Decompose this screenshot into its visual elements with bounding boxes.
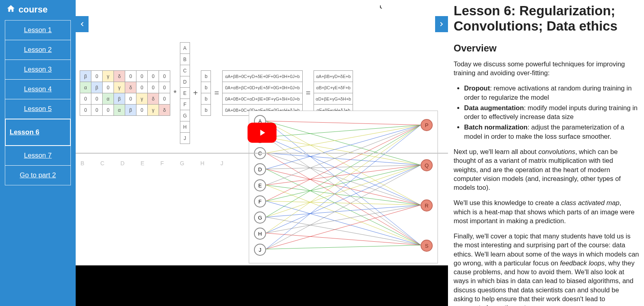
input-node: H	[254, 228, 266, 240]
bias-vector: bbbb	[201, 70, 211, 116]
op-equals-2: =	[306, 88, 311, 98]
slide-content: β0γδ0000 αβ0γδ000 00αβ0γδ0 000αβ0γδ * AB…	[80, 42, 439, 166]
svg-line-4	[266, 125, 421, 137]
share-label: Share	[412, 15, 428, 22]
sidebar-item-lesson[interactable]: Lesson 5	[5, 99, 70, 119]
cam-paragraph: We'll use this knowledge to create a cla…	[454, 198, 639, 225]
sidebar-header[interactable]: course	[6, 4, 71, 15]
intro-paragraph: Today we discuss some powerful technique…	[454, 60, 639, 78]
bipartite-graph: ABCDEFGHJPQRS	[249, 111, 438, 263]
input-vector: ABCDEFGHJ	[180, 42, 190, 144]
svg-line-1	[266, 121, 421, 165]
input-node: D	[254, 163, 266, 175]
nav-list: Lesson 1Lesson 2Lesson 3Lesson 4Lesson 5…	[5, 20, 71, 185]
sidebar-item-lesson[interactable]: Lesson 2	[5, 40, 70, 60]
convolutions-paragraph: Next up, we'll learn all about convoluti…	[454, 147, 639, 192]
graph-edges	[249, 111, 438, 263]
simplified-result: αA+βB+γD+δE+bαB+βC+γE+δF+bαD+βE+γG+δH+bα…	[314, 70, 353, 116]
home-icon	[6, 4, 15, 15]
technique-item: Data augmentation: modify model inputs d…	[464, 103, 639, 121]
technique-item: Batch normalization: adjust the paramete…	[464, 123, 639, 141]
op-multiply: *	[173, 88, 177, 98]
svg-line-31	[266, 233, 421, 245]
output-node: Q	[421, 159, 433, 171]
watch-later-label: Watch later	[365, 15, 396, 22]
input-node: G	[254, 212, 266, 224]
expanded-result: αA+βB+0C+γD+δE+0F+0G+0H+0J+b0A+αB+βC+0D+…	[222, 70, 302, 116]
play-button[interactable]	[248, 123, 277, 143]
svg-line-21	[266, 165, 421, 201]
op-equals-1: =	[214, 88, 219, 98]
svg-line-35	[266, 245, 421, 249]
sidebar-item-lesson[interactable]: Lesson 7	[5, 146, 70, 165]
input-node: F	[254, 195, 266, 207]
sidebar-item-lesson[interactable]: Go to part 2	[5, 166, 70, 185]
ethics-paragraph: Finally, we'll cover a topic that many s…	[454, 232, 639, 306]
sidebar: course Lesson 1Lesson 2Lesson 3Lesson 4L…	[0, 0, 76, 306]
page-title: Lesson 6: Regularization; Convolutions; …	[454, 3, 639, 34]
svg-line-32	[266, 125, 421, 249]
share-icon	[412, 3, 428, 13]
output-node: R	[421, 199, 433, 212]
video-panel: β0γδ0000 αβ0γδ000 00αβ0γδ0 000αβ0γδ * AB…	[76, 0, 448, 306]
weight-matrix: β0γδ0000 αβ0γδ000 00αβ0γδ0 000αβ0γδ	[80, 70, 170, 116]
technique-list: Dropout: remove activations at random du…	[464, 84, 639, 141]
input-node: C	[254, 147, 266, 159]
output-node: S	[421, 240, 433, 252]
overview-heading: Overview	[454, 43, 639, 54]
sidebar-item-lesson[interactable]: Lesson 1	[5, 21, 70, 40]
input-node: E	[254, 179, 266, 191]
clock-icon	[365, 3, 396, 13]
svg-line-0	[266, 121, 421, 125]
share-button[interactable]: Share	[412, 3, 428, 22]
video-frame[interactable]: β0γδ0000 αβ0γδ000 00αβ0γδ0 000αβ0γδ * AB…	[76, 0, 448, 265]
sidebar-title: course	[19, 4, 47, 15]
input-node: J	[254, 244, 266, 256]
next-lesson-button[interactable]	[435, 16, 448, 32]
watch-later-button[interactable]: Watch later	[365, 3, 396, 22]
svg-line-34	[266, 205, 421, 249]
op-plus: +	[193, 88, 198, 98]
prev-lesson-button[interactable]	[76, 16, 89, 32]
sidebar-item-lesson[interactable]: Lesson 6	[6, 119, 70, 145]
technique-item: Dropout: remove activations at random du…	[464, 84, 639, 102]
sidebar-item-lesson[interactable]: Lesson 4	[5, 80, 70, 99]
sidebar-item-lesson[interactable]: Lesson 3	[5, 60, 70, 79]
lesson-article: Lesson 6: Regularization; Convolutions; …	[448, 0, 644, 306]
output-node: P	[421, 119, 433, 131]
